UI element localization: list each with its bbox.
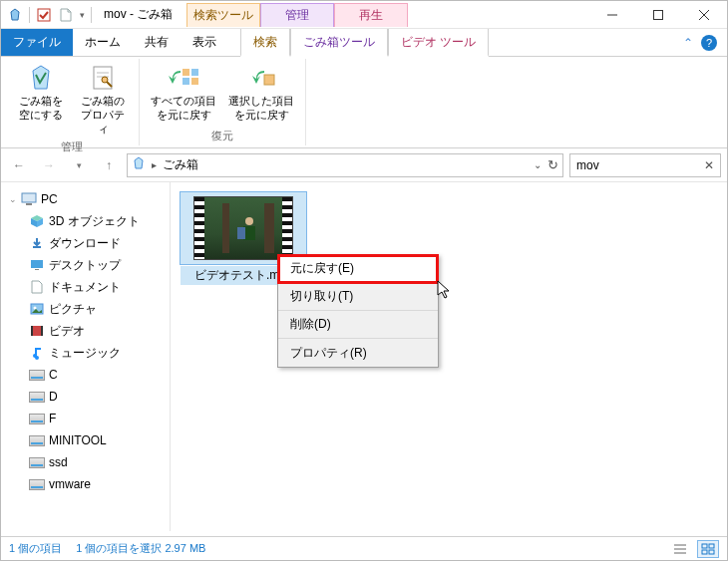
- empty-recycle-bin-button[interactable]: ごみ箱を 空にする: [11, 59, 71, 138]
- help-icon[interactable]: ?: [701, 35, 717, 51]
- chevron-right-icon[interactable]: ⌄: [9, 194, 17, 204]
- breadcrumb[interactable]: ごみ箱: [163, 156, 198, 173]
- tree-item-music[interactable]: ミュージック: [3, 342, 168, 364]
- svg-rect-28: [709, 544, 714, 548]
- tree-item-drive-vmware[interactable]: vmware: [3, 473, 168, 495]
- qat-dropdown-icon[interactable]: ▾: [80, 10, 85, 20]
- ribbon-body: ごみ箱を 空にする ごみ箱の プロパティ 管理 すべての項目 を元に戻す 選択し…: [1, 57, 727, 148]
- svg-rect-2: [654, 10, 663, 19]
- context-menu-restore[interactable]: 元に戻す(E): [278, 255, 438, 283]
- minimize-button[interactable]: [589, 2, 635, 28]
- tab-recycle-bin-tools[interactable]: ごみ箱ツール: [290, 29, 388, 57]
- quick-access-toolbar: ▾ mov - ごみ箱: [1, 6, 173, 23]
- document-icon[interactable]: [58, 7, 74, 23]
- status-item-count: 1 個の項目: [9, 541, 62, 556]
- navigation-pane[interactable]: ⌄ PC 3D オブジェクト ダウンロード デスクトップ ドキュメント ピクチャ…: [1, 182, 171, 531]
- contextual-tab-play[interactable]: 再生: [334, 3, 408, 27]
- tree-item-drive-d[interactable]: D: [3, 386, 168, 408]
- tree-item-pc[interactable]: ⌄ PC: [3, 188, 168, 210]
- contextual-tab-search[interactable]: 検索ツール: [186, 3, 260, 27]
- recent-locations-button[interactable]: ▾: [67, 153, 91, 177]
- tree-label: D: [49, 390, 58, 404]
- refresh-icon[interactable]: ↻: [547, 157, 558, 172]
- tab-share[interactable]: 共有: [133, 29, 181, 56]
- svg-rect-29: [702, 550, 707, 554]
- thumbnails-view-button[interactable]: [697, 540, 719, 558]
- tree-item-drive-minitool[interactable]: MINITOOL: [3, 429, 168, 451]
- restore-all-button[interactable]: すべての項目 を元に戻す: [146, 59, 221, 127]
- svg-rect-9: [182, 69, 189, 76]
- tree-label: ミュージック: [49, 345, 121, 362]
- video-thumbnail: [193, 196, 293, 260]
- search-input[interactable]: [576, 158, 714, 172]
- tree-label: MINITOOL: [49, 433, 107, 447]
- tree-label: デスクトップ: [49, 257, 121, 274]
- back-button[interactable]: ←: [7, 153, 31, 177]
- address-bar[interactable]: ▸ ごみ箱 ⌄ ↻: [127, 153, 563, 177]
- tree-label: 3D オブジェクト: [49, 213, 140, 230]
- address-dropdown-icon[interactable]: ⌄: [534, 159, 542, 170]
- tab-home[interactable]: ホーム: [73, 29, 133, 56]
- svg-rect-14: [22, 193, 36, 202]
- tab-file[interactable]: ファイル: [1, 29, 73, 56]
- recycle-bin-icon[interactable]: [7, 7, 23, 23]
- chevron-right-icon[interactable]: ▸: [152, 159, 157, 170]
- close-button[interactable]: [681, 2, 727, 28]
- search-box[interactable]: ✕: [569, 153, 721, 177]
- recycle-bin-properties-button[interactable]: ごみ箱の プロパティ: [73, 59, 133, 138]
- contextual-tab-headers: 検索ツール 管理 再生: [186, 3, 408, 27]
- tree-item-drive-ssd[interactable]: ssd: [3, 451, 168, 473]
- svg-rect-30: [709, 550, 714, 554]
- context-menu-cut[interactable]: 切り取り(T): [278, 283, 438, 311]
- collapse-ribbon-icon[interactable]: ⌃: [683, 36, 693, 50]
- window-title: mov - ごみ箱: [104, 6, 173, 23]
- tab-view[interactable]: 表示: [181, 29, 228, 56]
- tab-search-tools[interactable]: 検索: [240, 29, 290, 57]
- tree-item-videos[interactable]: ビデオ: [3, 320, 168, 342]
- tree-label: vmware: [49, 477, 91, 491]
- drive-icon: [29, 432, 45, 448]
- download-icon: [29, 235, 45, 251]
- cube-icon: [29, 213, 45, 229]
- svg-rect-12: [191, 78, 198, 85]
- tree-item-pictures[interactable]: ピクチャ: [3, 298, 168, 320]
- tree-label: ピクチャ: [49, 301, 97, 318]
- tree-label: ダウンロード: [49, 235, 121, 252]
- document-icon: [29, 279, 45, 295]
- tab-video-tools[interactable]: ビデオ ツール: [388, 29, 489, 57]
- context-menu-delete[interactable]: 削除(D): [278, 311, 438, 339]
- maximize-button[interactable]: [635, 2, 681, 28]
- checkbox-icon[interactable]: [36, 7, 52, 23]
- forward-button[interactable]: →: [37, 153, 61, 177]
- restore-selected-button[interactable]: 選択した項目 を元に戻す: [223, 59, 299, 127]
- svg-rect-23: [41, 326, 43, 336]
- details-view-button[interactable]: [669, 540, 691, 558]
- title-bar: ▾ mov - ごみ箱 検索ツール 管理 再生: [1, 1, 727, 29]
- tree-item-documents[interactable]: ドキュメント: [3, 276, 168, 298]
- tree-item-drive-c[interactable]: C: [3, 364, 168, 386]
- tree-label: PC: [41, 192, 58, 206]
- tree-label: F: [49, 412, 56, 425]
- context-menu: 元に戻す(E) 切り取り(T) 削除(D) プロパティ(R): [277, 254, 439, 368]
- contextual-tab-manage[interactable]: 管理: [260, 3, 334, 27]
- tree-item-3d-objects[interactable]: 3D オブジェクト: [3, 210, 168, 232]
- svg-rect-18: [35, 269, 39, 270]
- drive-icon: [29, 367, 45, 383]
- tree-item-desktop[interactable]: デスクトップ: [3, 254, 168, 276]
- tree-item-drive-f[interactable]: F: [3, 408, 168, 429]
- context-menu-properties[interactable]: プロパティ(R): [278, 339, 438, 367]
- status-selection: 1 個の項目を選択 2.97 MB: [76, 541, 205, 556]
- pc-icon: [21, 191, 37, 207]
- svg-rect-17: [31, 260, 43, 268]
- recycle-bin-icon: [132, 156, 146, 173]
- clear-search-icon[interactable]: ✕: [704, 158, 714, 172]
- content-pane[interactable]: ビデオテスト.mov: [171, 182, 727, 531]
- pictures-icon: [29, 301, 45, 317]
- svg-point-8: [102, 77, 108, 83]
- tree-item-downloads[interactable]: ダウンロード: [3, 232, 168, 254]
- tree-label: ドキュメント: [49, 279, 121, 296]
- ribbon-tabs: ファイル ホーム 共有 表示 検索 ごみ箱ツール ビデオ ツール ⌃ ?: [1, 29, 727, 57]
- up-button[interactable]: ↑: [97, 153, 121, 177]
- svg-rect-15: [26, 203, 32, 205]
- svg-rect-22: [31, 326, 33, 336]
